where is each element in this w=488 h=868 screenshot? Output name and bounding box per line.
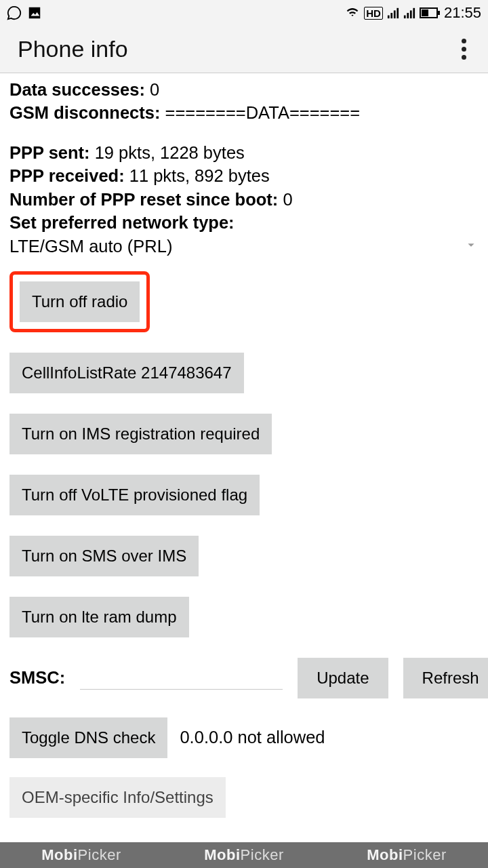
toggle-dns-button[interactable]: Toggle DNS check — [9, 717, 167, 758]
ppp-sent-label: PPP sent: — [9, 143, 90, 162]
preferred-type-label: Set preferred network type: — [9, 213, 235, 232]
network-type-spinner[interactable]: LTE/GSM auto (PRL) — [9, 237, 479, 256]
ppp-received-label: PPP received: — [9, 166, 125, 185]
app-bar: Phone info — [0, 26, 488, 73]
clock-text: 21:55 — [444, 4, 481, 22]
oem-info-button[interactable]: OEM-specific Info/Settings — [9, 777, 226, 818]
svg-rect-11 — [438, 11, 440, 15]
watermark-bar: MobiPicker MobiPicker MobiPicker — [0, 842, 488, 868]
volte-flag-button[interactable]: Turn off VoLTE provisioned flag — [9, 475, 260, 515]
gsm-disconnects-label: GSM disconnects: — [9, 103, 160, 122]
data-successes-value: 0 — [150, 80, 159, 99]
status-left-icons — [7, 5, 42, 20]
ppp-reset-label: Number of PPP reset since boot: — [9, 190, 278, 209]
svg-rect-12 — [422, 9, 428, 16]
dns-status-text: 0.0.0.0 not allowed — [180, 728, 325, 747]
highlight-box: Turn off radio — [9, 271, 150, 332]
signal2-icon — [403, 7, 415, 19]
data-successes-line: Data successes: 0 — [9, 79, 479, 101]
network-type-value: LTE/GSM auto (PRL) — [9, 237, 172, 256]
lte-ram-dump-button[interactable]: Turn on lte ram dump — [9, 597, 189, 637]
svg-rect-9 — [413, 8, 415, 18]
preferred-type-line: Set preferred network type: — [9, 212, 479, 234]
gsm-disconnects-value: ========DATA======= — [165, 103, 361, 122]
picture-icon — [27, 5, 42, 20]
ims-registration-button[interactable]: Turn on IMS registration required — [9, 414, 272, 454]
chevron-down-icon — [464, 237, 479, 255]
svg-rect-7 — [407, 13, 409, 18]
watermark-item: MobiPicker — [41, 846, 121, 864]
wifi-icon — [345, 6, 360, 20]
turn-off-radio-button[interactable]: Turn off radio — [20, 281, 140, 322]
ppp-received-value: 11 pkts, 892 bytes — [129, 166, 270, 185]
cell-info-button[interactable]: CellInfoListRate 2147483647 — [9, 353, 244, 393]
svg-rect-5 — [396, 8, 399, 18]
watermark-item: MobiPicker — [204, 846, 283, 864]
update-button[interactable]: Update — [298, 658, 388, 698]
page-title: Phone info — [18, 36, 128, 62]
gsm-disconnects-line: GSM disconnects: ========DATA======= — [9, 102, 479, 124]
status-bar: HD 21:55 — [0, 0, 488, 26]
svg-rect-8 — [410, 10, 412, 18]
smsc-input[interactable] — [80, 667, 283, 690]
overflow-menu-icon[interactable] — [455, 32, 473, 66]
status-right-icons: HD 21:55 — [345, 4, 481, 22]
svg-rect-2 — [388, 16, 390, 19]
whatsapp-icon — [7, 5, 22, 20]
ppp-sent-value: 19 pkts, 1228 bytes — [95, 143, 245, 162]
watermark-item: MobiPicker — [367, 846, 446, 864]
svg-rect-3 — [390, 13, 392, 18]
hd-icon: HD — [364, 7, 383, 20]
smsc-row: SMSC: Update Refresh — [9, 658, 479, 698]
svg-rect-0 — [29, 7, 41, 19]
dns-row: Toggle DNS check 0.0.0.0 not allowed — [9, 717, 479, 758]
svg-rect-6 — [404, 16, 406, 19]
ppp-sent-line: PPP sent: 19 pkts, 1228 bytes — [9, 142, 479, 164]
content-area: Data successes: 0 GSM disconnects: =====… — [0, 73, 488, 818]
svg-rect-4 — [394, 10, 396, 18]
data-successes-label: Data successes: — [9, 80, 145, 99]
sms-ims-button[interactable]: Turn on SMS over IMS — [9, 536, 199, 576]
ppp-reset-value: 0 — [283, 190, 292, 209]
signal1-icon — [387, 7, 399, 19]
battery-icon — [420, 7, 440, 18]
refresh-button[interactable]: Refresh — [403, 658, 488, 698]
ppp-received-line: PPP received: 11 pkts, 892 bytes — [9, 165, 479, 187]
ppp-reset-line: Number of PPP reset since boot: 0 — [9, 189, 479, 211]
smsc-label: SMSC: — [9, 668, 65, 688]
